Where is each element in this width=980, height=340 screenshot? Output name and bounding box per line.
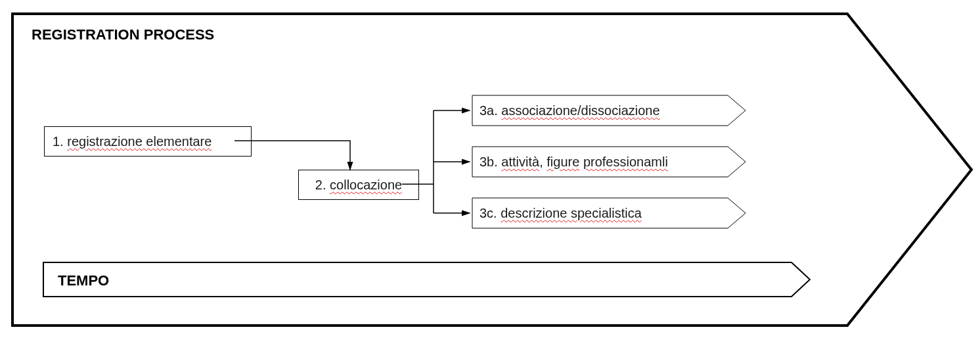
step-2-label: 2. collocazione bbox=[315, 178, 402, 193]
step-3c-label-wrap: 3c. descrizione specialistica bbox=[472, 197, 737, 229]
tempo-label: TEMPO bbox=[58, 272, 109, 289]
box-step-1: 1. registrazione elementare bbox=[44, 126, 252, 157]
step-3c-label: 3c. descrizione specialistica bbox=[479, 206, 642, 221]
step-3b-label-wrap: 3b. attività, figure professionamli bbox=[472, 146, 737, 178]
step-3a-label-wrap: 3a. associazione/dissociazione bbox=[472, 95, 737, 126]
step-3a-label: 3a. associazione/dissociazione bbox=[479, 103, 660, 118]
step-1-label: 1. registrazione elementare bbox=[53, 134, 212, 149]
box-step-2: 2. collocazione bbox=[298, 170, 419, 200]
svg-marker-4 bbox=[43, 262, 810, 297]
tempo-arrow bbox=[43, 262, 811, 298]
diagram-canvas: REGISTRATION PROCESS 1. registrazione el… bbox=[0, 0, 980, 340]
step-3b-label: 3b. attività, figure professionamli bbox=[479, 155, 668, 170]
diagram-title: REGISTRATION PROCESS bbox=[32, 26, 214, 43]
